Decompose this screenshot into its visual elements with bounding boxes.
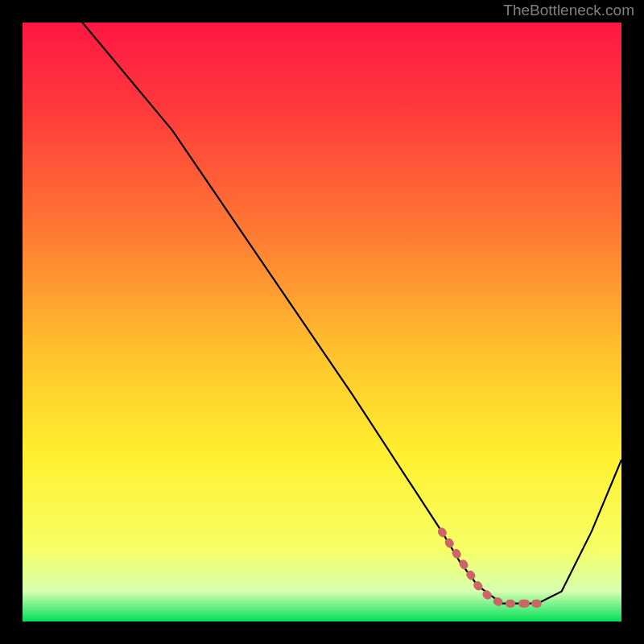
chart-plot-area	[23, 23, 621, 621]
svg-point-1	[534, 600, 542, 608]
chart-svg	[23, 23, 621, 621]
chart-background	[23, 23, 621, 621]
svg-point-0	[522, 600, 530, 608]
watermark-text: TheBottleneck.com	[503, 2, 634, 19]
